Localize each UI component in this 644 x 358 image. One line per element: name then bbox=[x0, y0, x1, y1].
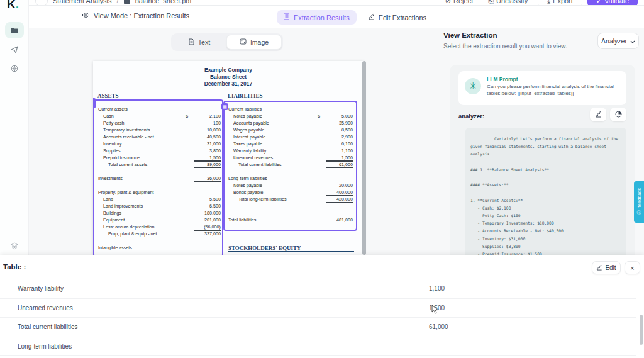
document-icon bbox=[124, 0, 130, 4]
balance-sheet-row: Accounts payable 35,900 bbox=[228, 120, 353, 126]
row-label: Accounts receivable - net bbox=[98, 134, 186, 140]
sidebar: K. bbox=[0, 0, 29, 255]
back-button[interactable] bbox=[35, 0, 48, 6]
row-label: Notes payable bbox=[228, 113, 318, 119]
balance-sheet-row: Equipment 201,000 bbox=[98, 216, 221, 223]
row-label: Wages payable bbox=[228, 127, 318, 133]
row-label: Notes payable bbox=[228, 182, 318, 188]
file-name: balance_sheet.pdf bbox=[135, 0, 192, 4]
analyzer-label: analyzer: bbox=[458, 113, 484, 120]
validate-icon: ✓ bbox=[596, 0, 602, 5]
unclassify-icon: ⎘ bbox=[488, 0, 494, 5]
view-mode-bar: View Mode : Extraction Results Extractio… bbox=[29, 6, 644, 28]
row-amount: 6,500 bbox=[194, 203, 221, 209]
row-label: Current liabilities bbox=[228, 106, 318, 112]
sidebar-item-files[interactable] bbox=[5, 22, 24, 38]
table-row[interactable]: Warranty liability 1,100 bbox=[0, 279, 636, 299]
reject-button[interactable]: ⊘Reject bbox=[440, 0, 478, 6]
assets-column: Current assets Cash $ 2,100 Petty cash 1… bbox=[98, 106, 221, 251]
view-extraction-title: View Extraction bbox=[443, 31, 497, 39]
feedback-tab[interactable]: feedback ⓘ bbox=[634, 181, 644, 223]
app-logo[interactable]: K. bbox=[7, 0, 19, 11]
sidebar-item-globe[interactable] bbox=[5, 60, 24, 77]
balance-sheet-row: Current assets bbox=[98, 106, 221, 113]
balance-sheet-row: Temporary investments 10,000 bbox=[98, 126, 221, 133]
row-label: Equipment bbox=[98, 217, 186, 223]
balance-sheet-row bbox=[228, 203, 353, 210]
toggle-text[interactable]: Text bbox=[172, 35, 226, 50]
balance-sheet-image[interactable]: Example Company Balance Sheet December 3… bbox=[93, 61, 364, 255]
row-amount: 2,900 bbox=[326, 134, 353, 140]
balance-sheet-row: Cash $ 2,100 bbox=[98, 113, 221, 120]
row-amount: 61,000 bbox=[326, 161, 353, 168]
balance-sheet-row: Accounts receivable - net 40,500 bbox=[98, 133, 221, 140]
liabilities-column: Current liabilities Notes payable $ 5,00… bbox=[228, 106, 353, 223]
llm-prompt-title: LLM Prompt bbox=[487, 76, 620, 82]
row-amount: 3,800 bbox=[194, 148, 221, 154]
extracted-table: Warranty liability 1,100 Unearned revenu… bbox=[0, 279, 636, 356]
row-label: Warranty liability bbox=[228, 148, 318, 154]
row-label: Total long-term liabilities bbox=[228, 196, 318, 202]
table-edit-button[interactable]: Edit bbox=[592, 261, 621, 274]
table-row[interactable]: Total current liabilities 61,000 bbox=[0, 318, 636, 337]
analyzer-history-button[interactable] bbox=[610, 108, 626, 121]
unclassify-button[interactable]: ⎘Unclassify bbox=[483, 0, 533, 6]
table-row[interactable]: Unearned revenues 1,500 bbox=[0, 299, 636, 318]
export-button[interactable]: ⤓Export bbox=[538, 0, 582, 6]
balance-sheet-row bbox=[98, 182, 221, 189]
balance-sheet-row: Petty cash 100 bbox=[98, 120, 221, 126]
breadcrumb[interactable]: Statement Analysis bbox=[53, 0, 112, 4]
table-panel-title: Table : bbox=[3, 263, 26, 271]
row-amount: 20,000 bbox=[326, 182, 353, 188]
row-label: Land improvements bbox=[98, 203, 186, 209]
row-label: Supplies bbox=[98, 148, 186, 154]
extraction-selector-dropdown[interactable]: Analyzer bbox=[597, 33, 639, 49]
llm-prompt-card: ✳ LLM Prompt Can you please perform fina… bbox=[458, 71, 626, 105]
table-scrollbar[interactable] bbox=[640, 315, 643, 345]
row-amount: 35,900 bbox=[326, 120, 353, 126]
text-file-icon bbox=[189, 38, 194, 47]
tab-edit-extractions[interactable]: Edit Extractions bbox=[368, 13, 426, 21]
llm-prompt-text: Can you please perform financial analysi… bbox=[487, 84, 620, 97]
balance-sheet-row: Total long-term liabilities 420,000 bbox=[228, 196, 353, 203]
table-cell-value: 61,000 bbox=[429, 323, 448, 330]
row-amount: 1,500 bbox=[326, 155, 353, 161]
row-amount: 5,000 bbox=[326, 113, 353, 119]
extraction-icon bbox=[284, 13, 290, 21]
row-amount: 201,000 bbox=[194, 217, 221, 223]
table-cell-label: Unearned revenues bbox=[0, 305, 429, 311]
info-icon: ⓘ bbox=[637, 210, 641, 216]
selection-handle[interactable] bbox=[93, 98, 96, 108]
balance-sheet-row: Interest payable 2,900 bbox=[228, 133, 353, 140]
document-scrollbar[interactable] bbox=[362, 61, 366, 255]
row-amount: 36,000 bbox=[194, 176, 221, 182]
row-label: Investments bbox=[98, 176, 186, 181]
balance-sheet-row bbox=[228, 210, 353, 216]
row-amount: 400,000 bbox=[326, 189, 353, 196]
sidebar-item-layers[interactable] bbox=[5, 238, 24, 254]
row-label: Bonds payable bbox=[228, 189, 318, 195]
row-currency: $ bbox=[318, 113, 326, 119]
sidebar-item-share[interactable] bbox=[5, 42, 24, 58]
row-label: Total liabilities bbox=[228, 217, 318, 223]
table-close-button[interactable]: × bbox=[625, 261, 640, 274]
table-badge-icon[interactable]: ▦ bbox=[221, 103, 228, 110]
folder-icon bbox=[11, 27, 19, 34]
validate-button[interactable]: ✓Validate bbox=[587, 0, 638, 6]
toggle-image[interactable]: Image bbox=[226, 35, 282, 50]
table-panel: Table : Edit × Warranty liability 1,100 … bbox=[0, 255, 644, 358]
tab-extraction-results[interactable]: Extraction Results bbox=[277, 10, 357, 25]
row-label: Total current liabilities bbox=[228, 162, 318, 167]
balance-sheet-row: Inventory 31,000 bbox=[98, 140, 221, 147]
row-label: Buildings bbox=[98, 210, 186, 216]
analyzer-output[interactable]: Certainly! Let's perform a financial ana… bbox=[465, 128, 626, 255]
equity-header: STOCKHOLDERS' EQUITY bbox=[228, 245, 354, 252]
balance-sheet-row: Investments 36,000 bbox=[98, 175, 221, 182]
globe-icon bbox=[11, 65, 18, 72]
balance-sheet-row bbox=[98, 168, 221, 175]
table-row[interactable]: Long-term liabilities bbox=[0, 337, 636, 357]
row-currency: $ bbox=[186, 113, 194, 119]
text-image-toggle: Text Image bbox=[171, 33, 283, 51]
row-amount: 31,000 bbox=[194, 141, 221, 147]
analyzer-edit-button[interactable] bbox=[590, 108, 606, 121]
